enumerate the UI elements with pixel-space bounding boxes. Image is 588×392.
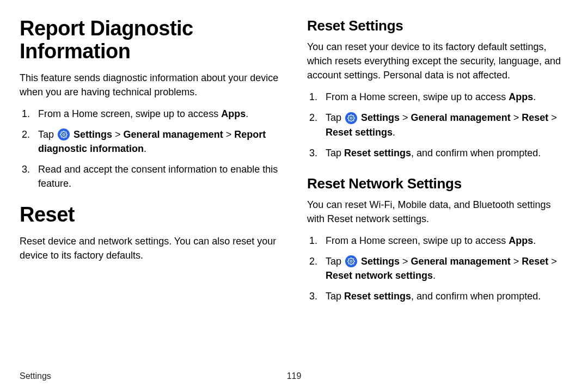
step-sep: > [400,112,411,123]
step-text: . [393,127,395,138]
step-3: Tap Reset settings, and confirm when pro… [307,289,568,303]
reset-label: Reset [522,256,548,267]
step-1: From a Home screen, swipe up to access A… [307,90,568,104]
step-sep: > [112,129,124,140]
step-text: , and confirm when prompted. [411,291,541,302]
settings-label: Settings [358,256,400,267]
steps-reset-settings: From a Home screen, swipe up to access A… [307,90,568,160]
apps-label: Apps [509,91,533,102]
step-2: Tap Settings > General management > Rese… [307,254,568,283]
svg-point-1 [350,117,352,119]
apps-label: Apps [509,235,533,246]
reset-label: Reset [522,112,548,123]
step-2: Tap Settings > General management > Rese… [307,111,568,139]
step-sep: > [511,112,522,123]
footer-section-label: Settings [20,371,51,381]
right-column: Reset Settings You can reset your device… [307,17,568,364]
intro-reset-network: You can reset Wi-Fi, Mobile data, and Bl… [307,198,568,226]
step-1: From a Home screen, swipe up to access A… [307,234,568,248]
step-text: Tap [326,148,344,158]
settings-label: Settings [71,129,112,140]
intro-report-diagnostic: This feature sends diagnostic informatio… [20,71,281,99]
svg-point-0 [63,133,65,136]
reset-network-settings-label: Reset network settings [326,270,433,281]
step-text: . [144,143,146,154]
settings-gear-icon [345,255,357,267]
general-management-label: General management [411,256,511,267]
intro-reset: Reset device and network settings. You c… [20,234,281,262]
reset-settings-label: Reset settings [326,127,393,138]
step-sep: > [511,256,522,267]
step-text: . [533,235,536,246]
step-text: . [246,108,248,119]
left-column: Report Diagnostic Information This featu… [20,17,281,364]
settings-gear-icon [345,112,357,124]
step-text: Tap [38,129,57,140]
apps-label: Apps [221,108,246,119]
step-sep: > [548,256,557,267]
intro-reset-settings: You can reset your device to its factory… [307,40,568,82]
step-sep: > [548,112,557,123]
heading-report-diagnostic: Report Diagnostic Information [20,17,281,63]
step-text: From a Home screen, swipe up to access [38,108,221,119]
step-3: Tap Reset settings, and confirm when pro… [307,146,568,160]
step-text: Tap [326,256,344,267]
step-text: From a Home screen, swipe up to access [326,91,509,102]
step-text: From a Home screen, swipe up to access [326,235,509,246]
step-3: Read and accept the consent information … [20,162,281,191]
steps-report-diagnostic: From a Home screen, swipe up to access A… [20,107,281,191]
step-text: Tap [326,112,344,123]
step-text: Tap [326,291,344,302]
reset-settings-label: Reset settings [344,148,411,158]
heading-reset-network: Reset Network Settings [307,175,568,192]
general-management-label: General management [124,129,223,140]
page-content: Report Diagnostic Information This featu… [20,17,568,364]
settings-gear-icon [58,128,70,140]
steps-reset-network: From a Home screen, swipe up to access A… [307,234,568,304]
general-management-label: General management [411,112,511,123]
heading-reset-settings: Reset Settings [307,17,568,34]
svg-point-2 [350,261,352,263]
step-2: Tap Settings > General management > Repo… [20,127,281,156]
step-sep: > [223,129,235,140]
step-text: , and confirm when prompted. [411,148,541,158]
step-sep: > [400,256,411,267]
page-number: 119 [287,371,302,381]
step-text: . [433,270,436,281]
step-1: From a Home screen, swipe up to access A… [20,107,281,121]
heading-reset: Reset [20,204,281,226]
step-text: . [533,91,536,102]
page-footer: Settings 119 [20,364,568,381]
settings-label: Settings [358,112,400,123]
reset-settings-label: Reset settings [344,291,411,302]
